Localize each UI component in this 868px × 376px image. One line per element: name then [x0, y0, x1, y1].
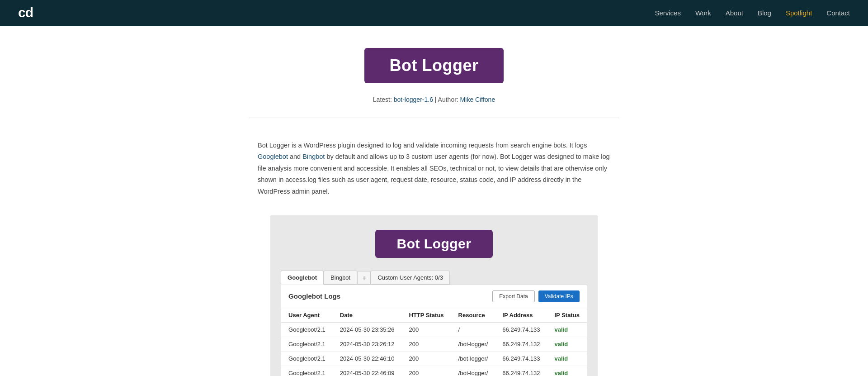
- desc-text-2: and: [288, 153, 302, 160]
- cell-date: 2024-05-30 23:26:12: [333, 337, 402, 351]
- hero-meta: Latest: bot-logger-1.6 | Author: Mike Ci…: [373, 96, 495, 103]
- cell-resource: /bot-logger/: [451, 366, 495, 376]
- nav-spotlight[interactable]: Spotlight: [786, 9, 812, 17]
- meta-author-link[interactable]: Mike Ciffone: [460, 96, 495, 103]
- table-area: Googlebot Logs Export Data Validate IPs …: [281, 285, 587, 376]
- tab-add[interactable]: +: [357, 271, 371, 285]
- nav-work[interactable]: Work: [695, 9, 711, 17]
- cell-date: 2024-05-30 22:46:10: [333, 351, 402, 366]
- cell-http-status: 200: [402, 322, 451, 337]
- cell-ip-address: 66.249.74.132: [495, 366, 547, 376]
- hero-divider: [249, 118, 619, 118]
- screenshot-badge: Bot Logger: [375, 230, 493, 258]
- meta-latest-label: Latest:: [373, 96, 392, 103]
- cell-user-agent: Googlebot/2.1: [281, 322, 333, 337]
- cell-resource: /: [451, 322, 495, 337]
- meta-version-link[interactable]: bot-logger-1.6: [394, 96, 433, 103]
- svg-text:cd: cd: [18, 5, 33, 20]
- nav-blog[interactable]: Blog: [758, 9, 771, 17]
- cell-resource: /bot-logger/: [451, 337, 495, 351]
- cell-ip-status: valid: [547, 337, 586, 351]
- table-row: Googlebot/2.1 2024-05-30 22:46:09 200 /b…: [281, 366, 587, 376]
- tabs-container: Googlebot Bingbot + Custom User Agents: …: [281, 271, 587, 285]
- meta-author-label: Author:: [438, 96, 458, 103]
- table-title: Googlebot Logs: [288, 292, 340, 300]
- logs-table: User Agent Date HTTP Status Resource IP …: [281, 308, 587, 376]
- button-group: Export Data Validate IPs: [492, 290, 580, 302]
- cell-date: 2024-05-30 23:35:26: [333, 322, 402, 337]
- nav-about[interactable]: About: [726, 9, 743, 17]
- cell-user-agent: Googlebot/2.1: [281, 337, 333, 351]
- cell-ip-address: 66.249.74.133: [495, 322, 547, 337]
- cell-date: 2024-05-30 22:46:09: [333, 366, 402, 376]
- table-row: Googlebot/2.1 2024-05-30 22:46:10 200 /b…: [281, 351, 587, 366]
- col-ip-status: IP Status: [547, 308, 586, 323]
- page-content: Bot Logger Latest: bot-logger-1.6 | Auth…: [0, 26, 868, 376]
- meta-separator: |: [435, 96, 438, 103]
- cell-resource: /bot-logger/: [451, 351, 495, 366]
- cell-http-status: 200: [402, 351, 451, 366]
- nav-services[interactable]: Services: [655, 9, 681, 17]
- col-resource: Resource: [451, 308, 495, 323]
- cell-user-agent: Googlebot/2.1: [281, 366, 333, 376]
- table-row: Googlebot/2.1 2024-05-30 23:26:12 200 /b…: [281, 337, 587, 351]
- description-text: Bot Logger is a WordPress plugin designe…: [258, 140, 610, 197]
- table-header-row: User Agent Date HTTP Status Resource IP …: [281, 308, 587, 323]
- bingbot-link[interactable]: Bingbot: [302, 153, 325, 160]
- validate-ips-button[interactable]: Validate IPs: [538, 290, 580, 302]
- table-header: Googlebot Logs Export Data Validate IPs: [281, 285, 587, 308]
- cell-ip-status: valid: [547, 351, 586, 366]
- tab-bingbot[interactable]: Bingbot: [324, 271, 357, 285]
- googlebot-link[interactable]: Googlebot: [258, 153, 288, 160]
- hero-badge: Bot Logger: [364, 48, 504, 83]
- export-data-button[interactable]: Export Data: [492, 290, 534, 302]
- col-date: Date: [333, 308, 402, 323]
- cell-http-status: 200: [402, 337, 451, 351]
- cell-ip-address: 66.249.74.133: [495, 351, 547, 366]
- cell-ip-status: valid: [547, 322, 586, 337]
- description-section: Bot Logger is a WordPress plugin designe…: [249, 140, 619, 215]
- nav-contact[interactable]: Contact: [826, 9, 850, 17]
- hero-section: Bot Logger Latest: bot-logger-1.6 | Auth…: [0, 26, 868, 140]
- col-ip-address: IP Address: [495, 308, 547, 323]
- nav-links: Services Work About Blog Spotlight Conta…: [655, 9, 850, 17]
- logo[interactable]: cd: [18, 4, 42, 23]
- cell-ip-address: 66.249.74.132: [495, 337, 547, 351]
- cell-user-agent: Googlebot/2.1: [281, 351, 333, 366]
- table-row: Googlebot/2.1 2024-05-30 23:35:26 200 / …: [281, 322, 587, 337]
- cell-ip-status: valid: [547, 366, 586, 376]
- cell-http-status: 200: [402, 366, 451, 376]
- tab-custom-agents[interactable]: Custom User Agents: 0/3: [371, 271, 450, 285]
- screenshot-box: Bot Logger Googlebot Bingbot + Custom Us…: [270, 215, 598, 376]
- tab-googlebot[interactable]: Googlebot: [281, 271, 324, 285]
- col-user-agent: User Agent: [281, 308, 333, 323]
- col-http-status: HTTP Status: [402, 308, 451, 323]
- desc-text-1: Bot Logger is a WordPress plugin designe…: [258, 142, 587, 149]
- navbar: cd Services Work About Blog Spotlight Co…: [0, 0, 868, 26]
